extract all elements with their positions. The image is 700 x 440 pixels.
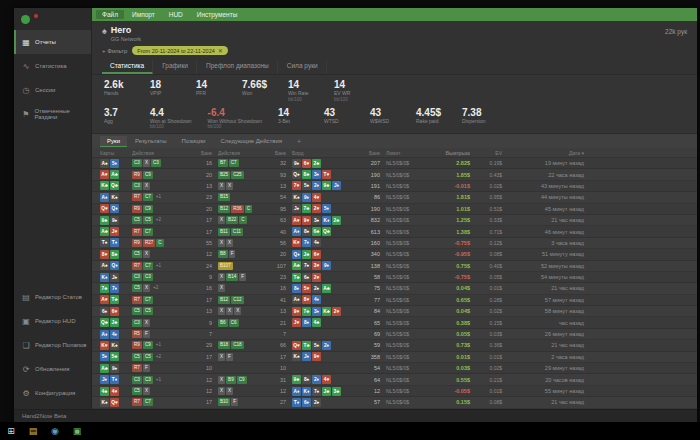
table-row[interactable]: 7♣7♦C5X+216X168♦5♥2♠A♣75NL5/0$/0$0.04$0.…	[92, 283, 697, 294]
table-row[interactable]: A♥T♣R7C717B12C1241A♠8♥4♦77NL5/0$/0$0.65$…	[92, 295, 697, 306]
table-row[interactable]: 6♠6♥C5C513XXX139♥7♣3♦K♣2♥84NL5/0$/0$0.04…	[92, 306, 697, 317]
action-tag: C3	[143, 273, 153, 281]
action-tag: X	[218, 239, 225, 247]
date-filter-label: From 20-11-2024 to 22-11-2024	[137, 48, 214, 54]
table-tab-результаты[interactable]: Результаты	[128, 136, 174, 146]
table-row[interactable]: 8♥8♣C5X12B8F20Q♦J♣6♥340NL5/0$/0$-0.95$0.…	[92, 249, 697, 260]
tab-графики[interactable]: Графики	[154, 60, 197, 74]
close-icon[interactable]: ✕	[218, 47, 223, 54]
start-icon[interactable]: ⊞	[4, 424, 18, 438]
table-row[interactable]: J♦T♦C3C3+112XB9C9319♣8♠2♦4♥64NL5/0$/0$0.…	[92, 374, 697, 385]
card-tile: A♦	[292, 387, 301, 396]
sidebar-item-статистика[interactable]: ∿Статистика	[14, 54, 91, 78]
column-header[interactable]: Борд	[292, 150, 348, 156]
column-header[interactable]: Дата ▾	[508, 150, 588, 156]
column-header[interactable]: Банк	[196, 150, 212, 156]
add-filter-button[interactable]: + Фильтр	[102, 48, 127, 54]
sidebar-item-label: Отмеченные Раздачи	[34, 108, 91, 120]
stake-label: NL5/0$/0$	[386, 240, 434, 246]
table-tab-руки[interactable]: Руки	[100, 136, 127, 147]
action-tag: C7	[143, 193, 153, 201]
action-tag: C3	[132, 182, 142, 190]
sidebar-item-отмеченные-раздачи[interactable]: ⚑Отмеченные Раздачи	[14, 102, 91, 126]
table-row[interactable]: K♠Q♥R7C717B10F27T♦6♦2♠57NL5/0$/0$0.15$0.…	[92, 397, 697, 408]
table-row[interactable]: 9♣9♠C5C5+217XB22C63A♥9♥3♠K♦2♣832NL5/0$/0…	[92, 215, 697, 226]
tab-сила-руки[interactable]: Сила руки	[279, 60, 327, 74]
win-amount: 0.01$	[440, 354, 470, 360]
sidebar-item-редактор-hud[interactable]: ▣Редактор HUD	[14, 309, 91, 333]
tab-префлоп-диапазоны[interactable]: Префлоп диапазоны	[198, 60, 278, 74]
preflop-actions: R9C9	[132, 205, 190, 213]
card-tile: Q♥	[100, 204, 109, 213]
stat-sublabel: bb/100	[334, 97, 364, 102]
column-header[interactable]: Действия	[132, 150, 190, 156]
table-row[interactable]: Q♣J♣C3X9B6C621J♥8♦4♣65NL5/0$/0$0.38$0.15…	[92, 317, 697, 328]
table-row[interactable]: A♠5♦C3XC316B7C7329♠6♥2♣207NL5/0$/0$2.82$…	[92, 158, 697, 169]
table-row[interactable]: A♣J♥R7C717B11C1140A♦8♠6♣Q♣613NL5/0$/0$1.…	[92, 226, 697, 237]
stat-win-rate: 14Win Ratebb/100	[288, 80, 318, 102]
stat-sublabel: bb/100	[208, 124, 262, 129]
table-row[interactable]: A♣9♠R7F101054NL5/0$/0$0.03$0.02$29 минут…	[92, 363, 697, 374]
browser-icon[interactable]: ◉	[48, 424, 62, 438]
date-filter-pill[interactable]: From 20-11-2024 to 22-11-2024 ✕	[132, 46, 228, 55]
card-tile: 2♥	[312, 273, 321, 282]
table-row[interactable]: K♣Q♣C3X13XX137♥5♠2♦9♣J♦191NL5/0$/0$-0.01…	[92, 181, 697, 192]
table-row[interactable]: T♠T♦R9R27C55XX56K♥7♦4♠160NL5/0$/0$-0.75$…	[92, 238, 697, 249]
отмеченные-раздачи-icon: ⚑	[21, 110, 30, 119]
table-row[interactable]: A♦K♠R7C7+123B1554K♠9♦4♥86NL5/0$/0$1.81$0…	[92, 192, 697, 203]
table-tab-позиции[interactable]: Позиции	[175, 136, 213, 146]
final-pot: 12	[354, 388, 380, 394]
hole-cards: 6♠6♥	[100, 307, 126, 316]
menu-инструменты[interactable]: Инструменты	[191, 10, 244, 19]
sidebar-item-редактор-статов[interactable]: ▤Редактор Статов	[14, 285, 91, 309]
action-tag: B14	[226, 273, 238, 281]
sidebar-item-сессии[interactable]: ◷Сессии	[14, 78, 91, 102]
sidebar-item-обновления[interactable]: ⟳Обновления	[14, 357, 91, 381]
action-tag: C3	[132, 376, 142, 384]
column-header[interactable]: Действия	[218, 150, 264, 156]
card-tile: 2♥	[332, 307, 341, 316]
column-header[interactable]: Выигрыш	[440, 150, 470, 156]
menu-hud[interactable]: HUD	[163, 10, 189, 19]
folder-icon[interactable]: ▤	[26, 424, 40, 438]
app-icon[interactable]: ▣	[70, 424, 84, 438]
action-tag: C	[245, 205, 252, 213]
column-header[interactable]: Банк	[354, 150, 380, 156]
column-header[interactable]: Карты	[100, 150, 126, 156]
add-tab-button[interactable]: +	[290, 136, 308, 147]
stat-won-without-showdown: -6.4Won Without Showdownbb/100	[208, 108, 262, 130]
обновления-icon: ⟳	[21, 365, 31, 374]
menu-импорт[interactable]: Импорт	[126, 10, 161, 19]
tab-статистика[interactable]: Статистика	[102, 60, 153, 74]
card-tile: 2♦	[322, 341, 331, 350]
sidebar-item-конфигурация[interactable]: ⚙Конфигурация	[14, 381, 91, 405]
card-tile: Q♣	[110, 181, 119, 190]
sidebar-item-отчеты[interactable]: ▦Отчеты	[14, 30, 91, 54]
table-row[interactable]: Q♥Q♦R9C920B12R36C95J♠7♣2♥5♦190NL5/0$/0$1…	[92, 204, 697, 215]
table-row[interactable]: A♥A♣R9C920B25C2593Q♠8♣3♦T♥190NL5/0$/0$1.…	[92, 169, 697, 180]
stat-value: 4.45$	[416, 108, 446, 118]
sidebar-item-редактор-попапов[interactable]: ❏Редактор Попапов	[14, 333, 91, 357]
stat-wtsd: 43WTSD	[324, 108, 354, 130]
action-tag: R9	[132, 341, 142, 349]
pot-preflop: 17	[196, 354, 212, 360]
preflop-actions: C3X	[132, 182, 190, 190]
card-tile: 2♣	[312, 159, 321, 168]
column-header[interactable]: Лимит	[386, 150, 434, 156]
board-cards: 9♥7♣3♦K♣2♥	[292, 307, 348, 316]
table-row[interactable]: K♥K♠R9C9+129B18C1866Q♥T♣5♠2♦59NL5/0$/0$0…	[92, 340, 697, 351]
pot-preflop: 20	[196, 172, 212, 178]
table-row[interactable]: 4♣4♥C5X12XX12A♦K♦7♠J♣3♣12NL5/0$/0$-0.05$…	[92, 386, 697, 397]
table-row[interactable]: K♦J♠C3C39XB14F23T♣6♠2♥58NL5/0$/0$-0.75$0…	[92, 272, 697, 283]
table-tab-следующие-действия[interactable]: Следующие Действия	[213, 136, 289, 146]
table-row[interactable]: 5♦5♣C5C5+217XF17K♠J♦9♥358NL5/0$/0$0.01$0…	[92, 352, 697, 363]
card-tile: Q♠	[292, 170, 301, 179]
column-header[interactable]: Банк	[270, 150, 286, 156]
menu-файл[interactable]: Файл	[96, 10, 124, 19]
hand-time: 21 час назад	[508, 399, 588, 405]
table-row[interactable]: A♦4♦R5F7769NL5/0$/0$0.05$0.03$26 минут н…	[92, 329, 697, 340]
column-header[interactable]: EV	[476, 150, 502, 156]
stake-label: NL5/0$/0$	[386, 274, 434, 280]
card-tile: 7♥	[292, 181, 301, 190]
table-row[interactable]: A♠Q♦R7C7+124B107107A♣7♠3♥9♦138NL5/0$/0$0…	[92, 261, 697, 272]
